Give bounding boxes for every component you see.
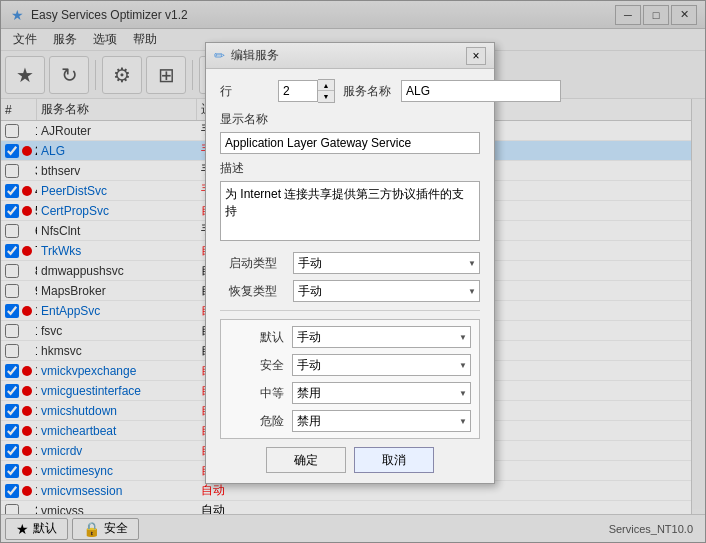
danger-select[interactable]: 手动 自动 禁用 [292,410,471,432]
startup-type-select[interactable]: 手动 自动 禁用 [293,252,480,274]
row-service-row: 行 ▲ ▼ 服务名称 [220,79,480,103]
display-name-input[interactable] [220,132,480,154]
description-label: 描述 [220,160,480,177]
modal-divider [220,310,480,311]
service-name-label: 服务名称 [343,83,393,100]
danger-select-wrap: 手动 自动 禁用 [292,410,471,432]
modal-buttons: 确定 取消 [220,447,480,473]
display-name-section: 显示名称 [220,111,480,154]
display-name-label: 显示名称 [220,111,480,128]
spinner-buttons: ▲ ▼ [318,79,335,103]
danger-row: 危险 手动 自动 禁用 [229,410,471,432]
danger-label: 危险 [229,413,284,430]
recovery-label: 恢复类型 [220,283,285,300]
recovery-select-wrap: 手动 自动 禁用 [293,280,480,302]
ok-button[interactable]: 确定 [266,447,346,473]
security-label: 安全 [229,357,284,374]
startup-label: 启动类型 [220,255,285,272]
description-section: 描述 为 Internet 连接共享提供第三方协议插件的支持 [220,160,480,244]
recovery-type-row: 恢复类型 手动 自动 禁用 [220,280,480,302]
modal-overlay: ✏ 编辑服务 × 行 ▲ ▼ 服务名称 显示名称 [0,0,706,543]
row-label: 行 [220,83,270,100]
medium-select[interactable]: 手动 自动 禁用 [292,382,471,404]
medium-select-wrap: 手动 自动 禁用 [292,382,471,404]
startup-select-wrap: 手动 自动 禁用 [293,252,480,274]
default-label: 默认 [229,329,284,346]
medium-label: 中等 [229,385,284,402]
row-spinner: ▲ ▼ [278,79,335,103]
spinner-up-button[interactable]: ▲ [318,80,334,91]
default-select[interactable]: 手动 自动 禁用 [292,326,471,348]
modal-body: 行 ▲ ▼ 服务名称 显示名称 描述 为 Internet 连 [206,69,494,483]
modal-title-bar: ✏ 编辑服务 × [206,43,494,69]
spinner-down-button[interactable]: ▼ [318,91,334,102]
startup-type-row: 启动类型 手动 自动 禁用 [220,252,480,274]
security-row: 安全 手动 自动 禁用 [229,354,471,376]
modal-title-text: 编辑服务 [231,47,466,64]
security-select[interactable]: 手动 自动 禁用 [292,354,471,376]
row-input[interactable] [278,80,318,102]
medium-row: 中等 手动 自动 禁用 [229,382,471,404]
service-name-input[interactable] [401,80,561,102]
edit-service-dialog: ✏ 编辑服务 × 行 ▲ ▼ 服务名称 显示名称 [205,42,495,484]
default-select-wrap: 手动 自动 禁用 [292,326,471,348]
optimization-group: 默认 手动 自动 禁用 安全 手动 自动 [220,319,480,439]
default-row: 默认 手动 自动 禁用 [229,326,471,348]
recovery-type-select[interactable]: 手动 自动 禁用 [293,280,480,302]
modal-title-icon: ✏ [214,48,225,63]
modal-close-button[interactable]: × [466,47,486,65]
cancel-button[interactable]: 取消 [354,447,434,473]
security-select-wrap: 手动 自动 禁用 [292,354,471,376]
description-textarea[interactable]: 为 Internet 连接共享提供第三方协议插件的支持 [220,181,480,241]
